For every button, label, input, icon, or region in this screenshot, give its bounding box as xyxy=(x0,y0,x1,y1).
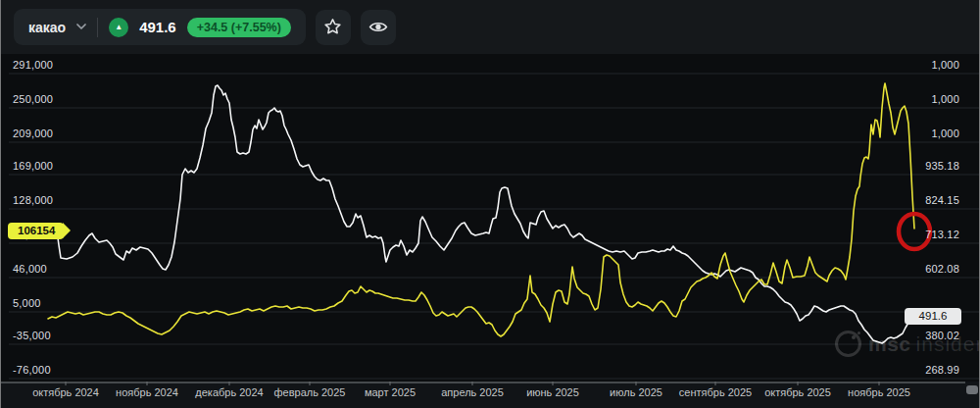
watermark-logo-icon xyxy=(835,331,861,357)
left-price-badge: 106154 xyxy=(8,223,64,239)
watch-button[interactable] xyxy=(361,10,396,45)
change-badge: +34.5 (+7.55%) xyxy=(187,18,291,37)
x-axis-strip[interactable] xyxy=(1,382,979,408)
watermark-text-bold: msc xyxy=(868,332,911,356)
watermark: msc insider xyxy=(835,331,980,357)
chart-header: какао ▲ 491.6 +34.5 (+7.55%) xyxy=(1,0,979,54)
favorite-button[interactable] xyxy=(316,10,351,45)
star-icon xyxy=(323,18,342,36)
symbol-controls[interactable]: какао ▲ 491.6 +34.5 (+7.55%) xyxy=(14,9,306,45)
divider xyxy=(97,18,98,37)
chevron-down-icon[interactable] xyxy=(76,24,86,30)
eye-icon xyxy=(368,20,388,34)
axis-scroll-handle[interactable] xyxy=(966,385,978,394)
symbol-price: 491.6 xyxy=(139,19,176,35)
watermark-text-light: insider xyxy=(916,332,980,356)
symbol-name: какао xyxy=(28,20,66,35)
arrow-up-icon: ▲ xyxy=(109,18,128,37)
trading-chart-window: какао ▲ 491.6 +34.5 (+7.55%) 291,000250,… xyxy=(0,0,980,408)
right-price-badge: 491.6 xyxy=(905,308,961,325)
chart-canvas[interactable] xyxy=(1,54,979,382)
